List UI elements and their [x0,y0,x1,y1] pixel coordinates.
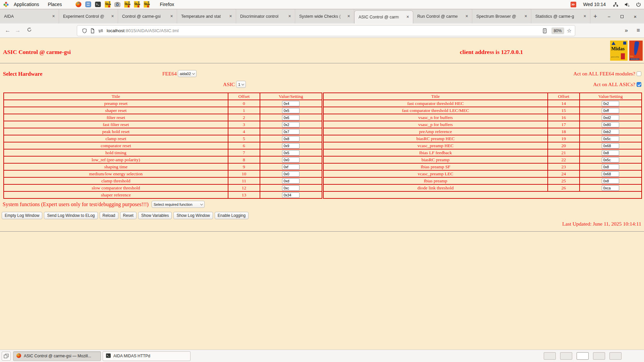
value-input[interactable] [602,122,619,127]
tab-close-icon[interactable]: × [169,14,174,19]
notification-icon[interactable] [571,1,577,7]
value-input[interactable] [602,157,619,163]
midas-icon[interactable]: Midas [143,1,150,8]
browser-tab-1[interactable]: Experiment Control @× [59,9,118,23]
network-icon[interactable] [612,1,619,7]
applications-menu[interactable]: Applications [9,0,44,9]
workspace-cell-2[interactable] [577,352,589,360]
browser-tab-6[interactable]: ASIC Control @ carm× [354,10,413,23]
value-input[interactable] [602,101,619,106]
value-input[interactable] [282,101,300,106]
forward-button[interactable]: → [13,27,23,34]
power-icon[interactable] [635,1,641,7]
browser-tab-8[interactable]: Spectrum Browser @× [472,9,531,23]
workspace-cell-4[interactable] [609,352,622,360]
value-input[interactable] [282,136,300,141]
tab-close-icon[interactable]: × [287,14,292,19]
value-input[interactable] [282,171,300,177]
clock[interactable]: Wed 10:14 [583,2,606,7]
value-input[interactable] [282,129,300,134]
new-tab-button[interactable]: + [590,9,600,23]
workspace-cell-0[interactable] [544,352,556,360]
close-window-button[interactable]: × [634,14,637,19]
value-input[interactable] [282,150,300,156]
value-input[interactable] [282,185,300,191]
distro-menu-icon[interactable] [3,1,9,8]
value-input[interactable] [602,108,619,113]
value-input[interactable] [282,143,300,148]
terminal-icon[interactable] [95,1,101,8]
firefox-icon[interactable] [75,1,82,8]
taskbar-item-1[interactable]: AIDA MIDAS HTTPd [103,351,191,361]
show-variables-button[interactable]: Show Variables [138,212,172,219]
midas-icon[interactable]: Midas [133,1,140,8]
screenshot-icon[interactable] [114,1,121,8]
value-input[interactable] [282,122,300,127]
asic-select[interactable]: 1 [236,81,246,88]
tab-close-icon[interactable]: × [110,14,115,19]
reset-button[interactable]: Reset [120,212,137,219]
bookmark-star-icon[interactable]: ☆ [567,27,572,34]
shield-icon[interactable] [80,28,89,34]
midas-logo[interactable]: Midaspowered by [610,41,628,61]
restore-button[interactable] [621,15,624,18]
zoom-level-button[interactable]: 80% [551,27,564,34]
url-bar[interactable]: localhost:8015/AIDA/ASIC/ASIC.tml 80% ☆ [77,25,575,36]
tcl-powered-logo[interactable]: TCLPOWERED [629,41,643,61]
value-input[interactable] [282,157,300,163]
value-input[interactable] [602,150,619,156]
tab-close-icon[interactable]: × [464,14,470,19]
taskbar-item-0[interactable]: ASIC Control @ carme-gsi — Mozill... [13,351,101,361]
permissions-icon[interactable] [97,28,105,34]
value-input[interactable] [602,178,619,184]
midas-icon[interactable]: Midas [104,1,111,8]
value-input[interactable] [282,192,300,198]
tab-close-icon[interactable]: × [51,14,56,19]
tab-close-icon[interactable]: × [582,14,588,19]
tab-close-icon[interactable]: × [228,14,233,19]
system-function-select[interactable]: Select required function [152,201,205,208]
site-info-icon[interactable] [89,28,97,34]
overflow-menu-icon[interactable]: » [625,27,628,34]
browser-tab-4[interactable]: Discriminator control× [236,9,295,23]
minimize-button[interactable]: − [607,14,610,19]
enable-logging-button[interactable]: Enable Logging [215,212,249,219]
tab-close-icon[interactable]: × [346,14,352,19]
browser-tab-0[interactable]: AIDA× [0,9,59,23]
fee64-select[interactable]: aida02 [178,70,197,77]
places-menu[interactable]: Places [44,0,66,9]
value-input[interactable] [602,164,619,170]
focused-app-label[interactable]: Firefox [160,2,174,7]
value-input[interactable] [602,115,619,120]
midas-icon[interactable]: Midas [124,1,130,8]
value-input[interactable] [602,171,619,177]
browser-tab-5[interactable]: System wide Checks (× [295,9,354,23]
url-text[interactable]: localhost:8015/AIDA/ASIC/ASIC.tml [107,28,541,33]
reload-button[interactable] [24,27,34,34]
browser-tab-2[interactable]: Control @ carme-gsi× [118,9,177,23]
files-icon[interactable] [85,1,92,8]
reader-mode-icon[interactable] [541,28,549,34]
value-input[interactable] [602,143,619,148]
value-input[interactable] [602,185,619,191]
tab-close-icon[interactable]: × [405,14,411,20]
value-input[interactable] [602,136,619,141]
back-button[interactable]: ← [3,27,13,34]
value-input[interactable] [282,108,300,113]
workspace-cell-3[interactable] [593,352,605,360]
workspace-cell-1[interactable] [560,352,572,360]
hamburger-menu-icon[interactable]: ≡ [637,27,640,34]
browser-tab-7[interactable]: Run Control @ carme× [413,9,472,23]
browser-tab-9[interactable]: Statistics @ carme-g× [531,9,590,23]
value-input[interactable] [282,164,300,170]
send-log-window-to-elog-button[interactable]: Send Log Window to ELog [44,212,98,219]
show-log-window-button[interactable]: Show Log Window [173,212,213,219]
value-input[interactable] [282,115,300,120]
value-input[interactable] [282,178,300,184]
volume-muted-icon[interactable] [624,1,630,7]
show-desktop-button[interactable] [2,352,11,361]
tab-close-icon[interactable]: × [523,14,529,19]
value-input[interactable] [602,129,619,134]
empty-log-window-button[interactable]: Empty Log Window [2,212,42,219]
reload-button[interactable]: Reload [100,212,118,219]
